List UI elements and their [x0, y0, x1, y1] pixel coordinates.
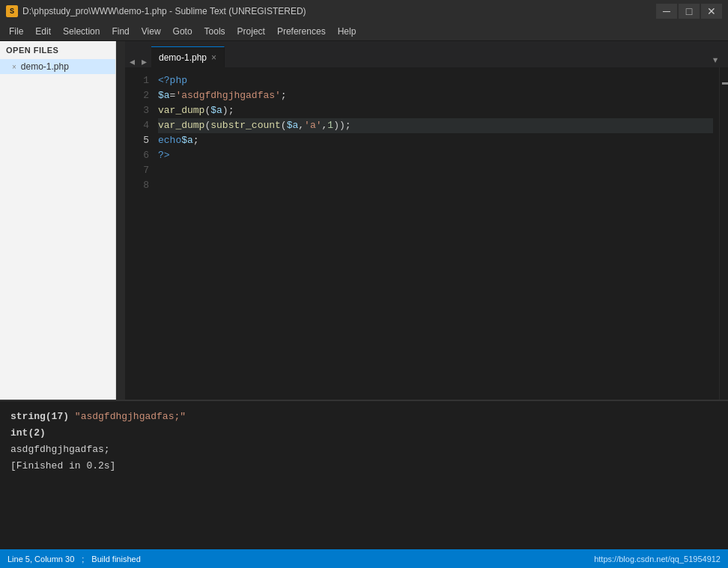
sidebar-filename: demo-1.php	[21, 61, 69, 72]
main-area: OPEN FILES × demo-1.php ◂ ▸ demo-1.php ×	[0, 41, 728, 549]
app-icon: S	[6, 5, 18, 17]
status-position: Line 5, Column 30	[7, 555, 74, 564]
close-button[interactable]: ✕	[701, 4, 722, 19]
tab-next-button[interactable]: ▸	[139, 55, 150, 67]
tab-close-icon[interactable]: ×	[211, 52, 216, 63]
menu-item-goto[interactable]: Goto	[167, 25, 198, 38]
line-num-8: 8	[125, 178, 149, 193]
line-num-7: 7	[125, 163, 149, 178]
tab-prev-button[interactable]: ◂	[127, 55, 138, 67]
menu-item-preferences[interactable]: Preferences	[271, 25, 332, 38]
line-num-5: 5	[125, 133, 149, 148]
line-numbers: 1 2 3 4 5 6 7 8	[125, 67, 154, 400]
menu-item-file[interactable]: File	[3, 25, 29, 38]
right-mini-gutter	[719, 67, 728, 400]
left-gutter	[116, 41, 125, 400]
status-separator: ;	[82, 555, 84, 564]
file-close-icon[interactable]: ×	[12, 63, 16, 71]
line-num-1: 1	[125, 73, 149, 88]
line-num-4: 4	[125, 118, 149, 133]
tab-filename: demo-1.php	[159, 52, 207, 63]
maximize-button[interactable]: □	[679, 4, 700, 19]
menu-item-view[interactable]: View	[136, 25, 167, 38]
titlebar: S D:\phpstudy_pro\WWW\demo-1.php - Subli…	[0, 0, 728, 22]
code-line-4: var_dump($a);	[158, 103, 713, 118]
mini-marker	[722, 82, 728, 85]
statusbar: Line 5, Column 30 ; Build finished https…	[0, 549, 728, 568]
menu-item-tools[interactable]: Tools	[198, 25, 231, 38]
code-line-5: var_dump(substr_count($a,'a',1));	[158, 118, 713, 133]
window-title: D:\phpstudy_pro\WWW\demo-1.php - Sublime…	[22, 6, 656, 16]
tab-bar: ◂ ▸ demo-1.php × ▾	[125, 41, 728, 67]
sidebar: OPEN FILES × demo-1.php	[0, 41, 116, 400]
output-line-4: [Finished in 0.2s]	[10, 458, 718, 474]
output-line-2: int(2)	[10, 425, 718, 442]
menu-item-find[interactable]: Find	[106, 25, 135, 38]
code-line-6: echo $a;	[158, 133, 713, 148]
tab-nav: ◂ ▸	[125, 55, 151, 67]
output-panel: string(17) "asdgfdhgjhgadfas;" int(2) as…	[0, 400, 728, 549]
menu-item-selection[interactable]: Selection	[57, 25, 106, 38]
line-num-6: 6	[125, 148, 149, 163]
code-line-3: $a='asdgfdhgjhgadfas';	[158, 88, 713, 103]
line-num-3: 3	[125, 103, 149, 118]
output-line-1: string(17) "asdgfdhgjhgadfas;"	[10, 409, 718, 425]
line-num-2: 2	[125, 88, 149, 103]
tab-dropdown-button[interactable]: ▾	[706, 52, 725, 67]
minimize-button[interactable]: ─	[656, 4, 677, 19]
editor-area: OPEN FILES × demo-1.php ◂ ▸ demo-1.php ×	[0, 41, 728, 400]
status-url[interactable]: https://blog.csdn.net/qq_51954912	[594, 555, 721, 564]
editor-container: ◂ ▸ demo-1.php × ▾ 1 2 3 4 5 6	[125, 41, 728, 400]
sidebar-header: OPEN FILES	[0, 41, 115, 59]
code-line-2: <?php	[158, 73, 713, 88]
menu-item-help[interactable]: Help	[332, 25, 363, 38]
menu-item-project[interactable]: Project	[231, 25, 271, 38]
code-line-7: ?>	[158, 148, 713, 163]
menu-item-edit[interactable]: Edit	[29, 25, 57, 38]
status-build: Build finished	[91, 555, 140, 564]
sidebar-item-demo1php[interactable]: × demo-1.php	[0, 59, 115, 74]
menubar: FileEditSelectionFindViewGotoToolsProjec…	[0, 22, 728, 41]
code-area: 1 2 3 4 5 6 7 8 <?php $a='asdgfdhgjhgadf…	[125, 67, 728, 400]
window-controls: ─ □ ✕	[656, 4, 722, 19]
output-line-3: asdgfdhgjhgadfas;	[10, 442, 718, 458]
code-editor[interactable]: <?php $a='asdgfdhgjhgadfas'; var_dump($a…	[154, 67, 719, 400]
editor-tab-demo1php[interactable]: demo-1.php ×	[151, 46, 225, 67]
status-left: Line 5, Column 30 ; Build finished	[7, 555, 141, 564]
